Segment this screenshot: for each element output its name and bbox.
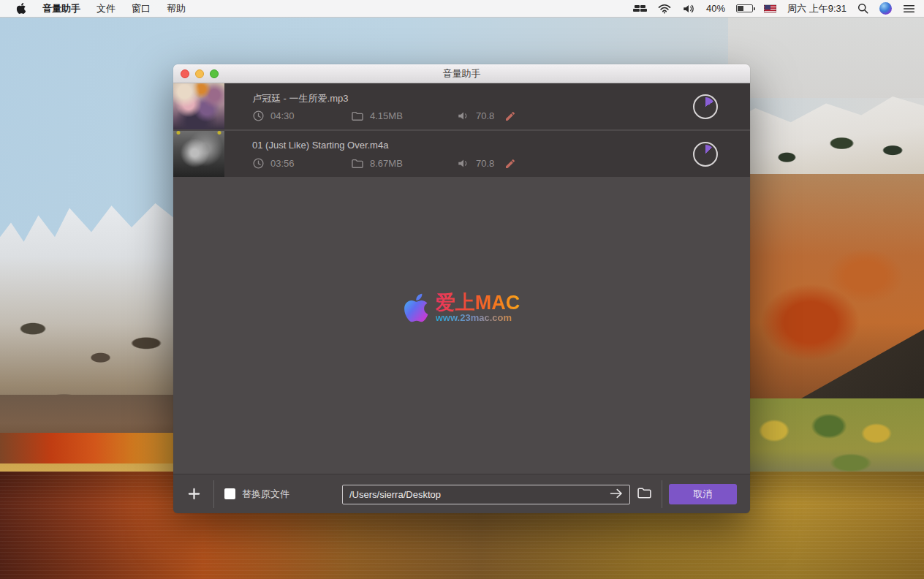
menubar-clock[interactable]: 周六 上午9:31 <box>787 2 847 15</box>
progress-ring <box>693 142 718 167</box>
duration-label: 04:30 <box>270 110 295 121</box>
volume-label: 70.8 <box>476 110 494 121</box>
edit-volume-icon[interactable] <box>504 110 516 122</box>
audio-file-row[interactable]: 01 (Just Like) Starting Over.m4a 03:56 <box>173 131 750 177</box>
add-file-button[interactable] <box>188 488 200 500</box>
menu-bar: 音量助手 文件 窗口 帮助 40% <box>0 0 924 18</box>
close-button[interactable] <box>181 69 189 78</box>
speaker-icon <box>457 158 470 169</box>
window-body: 卢冠廷 - 一生所爱.mp3 04:30 4.15MB <box>173 83 750 513</box>
menu-item-window[interactable]: 窗口 <box>132 2 151 15</box>
us-flag-icon[interactable] <box>764 4 776 12</box>
volume-icon[interactable] <box>682 4 695 14</box>
divider <box>213 480 214 508</box>
battery-percent-label: 40% <box>706 3 725 14</box>
progress-wedge <box>696 97 715 116</box>
choose-folder-button[interactable] <box>637 486 652 499</box>
file-name: 01 (Just Like) Starting Over.m4a <box>252 140 388 151</box>
minimize-button[interactable] <box>195 69 204 78</box>
site-watermark: 爱上MAC www.23mac.com <box>404 292 520 324</box>
duration-label: 03:56 <box>270 158 295 169</box>
battery-icon[interactable] <box>736 4 753 12</box>
volume-label: 70.8 <box>476 158 494 169</box>
filesize-label: 4.15MB <box>370 110 403 121</box>
menu-item-app[interactable]: 音量助手 <box>42 2 80 15</box>
window-titlebar[interactable]: 音量助手 <box>173 64 750 83</box>
replace-original-checkbox[interactable] <box>224 488 235 499</box>
apple-menu[interactable] <box>16 2 26 15</box>
search-icon[interactable] <box>857 3 868 14</box>
apple-logo-icon <box>404 292 428 324</box>
footer-toolbar: 替换原文件 取消 <box>173 474 750 513</box>
watermark-brand: 爱上MAC <box>436 292 520 313</box>
clock-icon <box>252 157 265 170</box>
desktop: 音量助手 文件 窗口 帮助 40% <box>0 0 924 579</box>
edit-volume-icon[interactable] <box>504 158 516 170</box>
filesize-label: 8.67MB <box>370 158 403 169</box>
file-name: 卢冠廷 - 一生所爱.mp3 <box>252 92 348 105</box>
album-art <box>173 83 224 129</box>
progress-ring <box>693 94 718 119</box>
siri-icon[interactable] <box>879 2 892 15</box>
window-title: 音量助手 <box>443 67 481 80</box>
zoom-button[interactable] <box>210 69 219 78</box>
clock-icon <box>252 110 265 122</box>
menu-item-file[interactable]: 文件 <box>96 2 116 15</box>
ingots-stack-icon[interactable] <box>633 5 647 12</box>
wifi-icon[interactable] <box>658 4 671 14</box>
watermark-url: www.23mac.com <box>436 313 520 323</box>
divider <box>662 480 662 508</box>
audio-file-row[interactable]: 卢冠廷 - 一生所爱.mp3 04:30 4.15MB <box>173 83 750 129</box>
app-window: 音量助手 卢冠廷 - 一生所爱.mp3 04:30 <box>173 64 750 513</box>
replace-original-label[interactable]: 替换原文件 <box>242 488 289 501</box>
go-arrow-icon[interactable] <box>609 488 624 499</box>
output-path-input[interactable] <box>342 485 630 504</box>
notification-list-icon[interactable] <box>903 4 915 14</box>
folder-icon <box>351 158 364 169</box>
album-art <box>173 131 224 177</box>
speaker-icon <box>457 110 470 121</box>
progress-wedge <box>696 145 715 164</box>
folder-icon <box>351 110 364 121</box>
cancel-button[interactable]: 取消 <box>669 484 737 504</box>
wallpaper-fog <box>728 18 924 98</box>
menu-item-help[interactable]: 帮助 <box>167 2 186 15</box>
